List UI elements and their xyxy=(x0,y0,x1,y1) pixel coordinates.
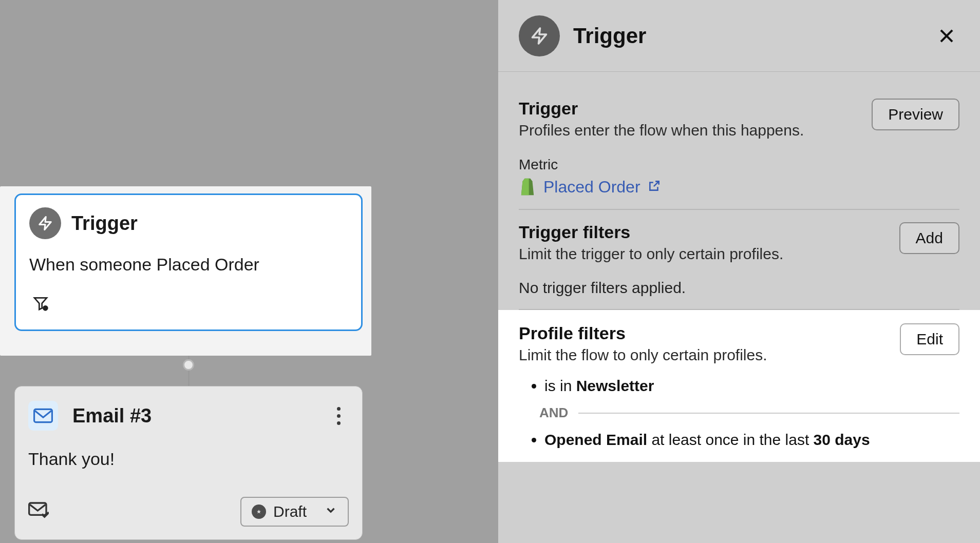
trigger-card-highlight: Trigger When someone Placed Order xyxy=(0,186,371,356)
svg-marker-0 xyxy=(40,217,51,230)
panel-title: Trigger xyxy=(573,24,646,48)
edit-button[interactable]: Edit xyxy=(900,323,959,355)
email-card-title: Email #3 xyxy=(72,405,152,427)
and-separator: AND xyxy=(539,405,959,421)
kebab-menu-icon[interactable] xyxy=(328,405,349,426)
add-button[interactable]: Add xyxy=(899,222,959,254)
status-label: Draft xyxy=(273,503,307,520)
profile-filter-icon[interactable] xyxy=(29,292,52,315)
trigger-filters-title: Trigger filters xyxy=(519,222,783,242)
profile-filters-subtitle: Limit the flow to only certain profiles. xyxy=(519,346,767,364)
trigger-section: Trigger Profiles enter the flow when thi… xyxy=(519,92,959,210)
svg-line-8 xyxy=(653,181,658,186)
profile-filters-title: Profile filters xyxy=(519,323,767,343)
svg-marker-5 xyxy=(533,28,546,44)
email-subject: Thank you! xyxy=(28,449,349,469)
external-link-icon xyxy=(648,179,661,195)
trigger-filters-subtitle: Limit the trigger to only certain profil… xyxy=(519,245,783,263)
profile-filter-item: is in Newsletter xyxy=(544,377,959,395)
trigger-card[interactable]: Trigger When someone Placed Order xyxy=(14,193,363,331)
email-card[interactable]: Email #3 Thank you! Draft xyxy=(14,386,363,540)
trigger-panel: Trigger Trigger Profiles enter the flow … xyxy=(498,0,980,543)
metric-label: Metric xyxy=(519,157,959,173)
trigger-filters-empty: No trigger filters applied. xyxy=(519,279,959,297)
trigger-section-subtitle: Profiles enter the flow when this happen… xyxy=(519,122,804,139)
lightning-icon xyxy=(29,207,61,239)
profile-filters-section: Profile filters Limit the flow to only c… xyxy=(498,310,980,462)
chevron-down-icon xyxy=(324,503,337,520)
flow-canvas[interactable]: Trigger When someone Placed Order Email … xyxy=(0,0,498,543)
preview-button[interactable]: Preview xyxy=(872,99,959,130)
email-send-icon[interactable] xyxy=(28,502,49,521)
metric-link[interactable]: Placed Order xyxy=(543,178,640,197)
connector-node[interactable] xyxy=(183,359,194,371)
lightning-icon xyxy=(519,15,560,56)
trigger-card-description: When someone Placed Order xyxy=(29,255,348,275)
svg-rect-3 xyxy=(34,409,52,422)
profile-filter-list: Opened Email at least once in the last 3… xyxy=(519,431,959,449)
status-dropdown[interactable]: Draft xyxy=(240,497,349,527)
trigger-card-title: Trigger xyxy=(71,212,138,235)
trigger-filters-section: Trigger filters Limit the trigger to onl… xyxy=(519,210,959,310)
profile-filter-list: is in Newsletter xyxy=(519,377,959,395)
profile-filter-item: Opened Email at least once in the last 3… xyxy=(544,431,959,449)
svg-point-2 xyxy=(43,305,48,311)
panel-header: Trigger xyxy=(498,0,980,72)
svg-rect-4 xyxy=(29,503,46,515)
shopify-icon xyxy=(519,177,536,197)
email-icon xyxy=(28,401,58,431)
trigger-section-title: Trigger xyxy=(519,99,804,119)
close-icon[interactable] xyxy=(934,23,959,49)
status-dot-icon xyxy=(252,505,266,519)
